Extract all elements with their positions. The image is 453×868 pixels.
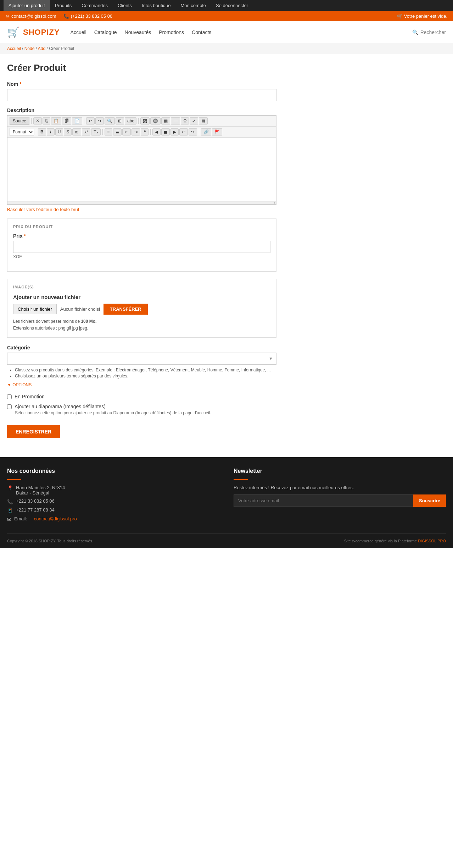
editor-resize-handle[interactable]: ↕: [7, 201, 276, 204]
mobile-icon: 📱: [7, 508, 13, 513]
footer-coord-title: Nos coordonnées: [7, 468, 219, 474]
toolbar-flash-btn[interactable]: 🔘: [150, 117, 161, 125]
admin-bar-logout[interactable]: Se déconnecter: [211, 0, 253, 11]
toolbar-strike-btn[interactable]: S: [64, 128, 72, 136]
transfer-btn[interactable]: TRANSFÉRER: [104, 304, 148, 315]
toolbar-bold-btn[interactable]: B: [38, 128, 46, 136]
editor-body[interactable]: [7, 138, 276, 201]
breadcrumb-accueil[interactable]: Accueil: [7, 46, 21, 51]
toolbar-redo-btn[interactable]: ↪: [95, 117, 104, 125]
toolbar-ul-btn[interactable]: ≣: [113, 128, 122, 136]
toolbar-select-all-btn[interactable]: ⊞: [116, 117, 124, 125]
toolbar-alignright-btn[interactable]: ▶: [170, 128, 179, 136]
newsletter-btn[interactable]: Souscrire: [413, 494, 446, 507]
options-toggle[interactable]: ▼ OPTIONS: [7, 382, 32, 387]
nom-input[interactable]: [7, 89, 276, 101]
breadcrumb-node[interactable]: Node: [24, 46, 35, 51]
categorie-label: Catégorie: [7, 345, 276, 350]
toolbar-separator-7: [199, 129, 199, 135]
toolbar-subscript-btn[interactable]: x₂: [72, 128, 81, 136]
admin-bar-orders[interactable]: Commandes: [77, 0, 113, 11]
format-select[interactable]: Format: [10, 128, 34, 136]
switch-editor-link[interactable]: Basculer vers l'éditeur de texte brut: [7, 207, 79, 212]
save-btn[interactable]: ENREGISTRER: [7, 425, 60, 438]
footer-phone1: 📞 +221 33 832 05 06: [7, 498, 219, 504]
toolbar-separator-4: [36, 129, 36, 135]
footer-newsletter-title: Newsletter: [234, 468, 446, 474]
editor-source-btn[interactable]: Source: [10, 117, 29, 125]
diaporama-hint: Sélectionnez cette option pour ajouter c…: [15, 410, 211, 415]
editor-toolbar-bottom: Format B I U S x₂ x² Tₓ ≡ ≣ ⇤ ⇥ ❝ ◀ ◼ ▶: [7, 127, 276, 138]
nav-catalogue[interactable]: Catalogue: [94, 29, 117, 35]
toolbar-hr-btn[interactable]: —: [171, 117, 180, 125]
toolbar-alignjustify-btn[interactable]: ↩: [179, 128, 188, 136]
breadcrumb: Accueil / Node / Add / Créer Produit: [0, 43, 453, 54]
toolbar-aligncenter-btn[interactable]: ◼: [161, 128, 170, 136]
nav-contacts[interactable]: Contacts: [192, 29, 211, 35]
search-area[interactable]: 🔍 Rechercher: [412, 29, 446, 35]
phone-icon: 📞: [63, 13, 69, 19]
admin-bar-shop-info[interactable]: Infos boutique: [137, 0, 176, 11]
newsletter-input[interactable]: [234, 494, 413, 507]
en-promotion-label[interactable]: En Promotion: [15, 394, 45, 399]
breadcrumb-add[interactable]: Add: [38, 46, 45, 51]
toolbar-alignleft-btn[interactable]: ◀: [152, 128, 161, 136]
nav-promotions[interactable]: Promotions: [159, 29, 184, 35]
categorie-input[interactable]: [7, 353, 276, 365]
toolbar-special-char-btn[interactable]: Ω: [181, 117, 189, 125]
search-icon: 🔍: [412, 29, 418, 35]
nom-required: *: [19, 81, 21, 87]
toolbar-outdent-btn[interactable]: ⇤: [122, 128, 131, 136]
checkboxes-group: En Promotion Ajouter au diaporama (Image…: [7, 394, 276, 415]
toolbar-blockquote-btn[interactable]: ❝: [141, 128, 149, 136]
toolbar-paste-btn[interactable]: 📋: [51, 117, 61, 125]
category-hint-1: Classez vos produits dans des catégories…: [15, 367, 276, 372]
en-promotion-checkbox[interactable]: [7, 394, 12, 399]
toolbar-link-btn[interactable]: 🔗: [201, 128, 211, 136]
nav-nouveautes[interactable]: Nouveautés: [125, 29, 151, 35]
prix-group: Prix * XOF: [13, 233, 270, 259]
admin-bar-account[interactable]: Mon compte: [175, 0, 211, 11]
toolbar-copy-btn[interactable]: ⎘: [43, 117, 50, 125]
diaporama-checkbox[interactable]: [7, 404, 12, 409]
admin-bar-add-product[interactable]: Ajouter un produit: [4, 0, 50, 11]
prix-input[interactable]: [13, 241, 270, 253]
toolbar-indent-btn[interactable]: ⇥: [132, 128, 140, 136]
choose-file-btn[interactable]: Choisir un fichier: [13, 304, 57, 314]
toolbar-separator-2: [84, 118, 84, 124]
admin-bar-products[interactable]: Produits: [50, 0, 77, 11]
toolbar-undo-btn[interactable]: ↩: [86, 117, 95, 125]
footer-bottom: Copyright © 2018 SHOPIZY. Tous droits ré…: [7, 534, 446, 548]
toolbar-table-btn[interactable]: ▦: [161, 117, 170, 125]
email-icon: ✉: [6, 13, 10, 19]
footer-digissol-link[interactable]: DIGISSOL.PRO: [418, 539, 446, 543]
currency-label: XOF: [13, 254, 270, 259]
toolbar-flag-btn[interactable]: 🚩: [212, 128, 222, 136]
nom-label: Nom *: [7, 81, 276, 87]
diaporama-label[interactable]: Ajouter au diaporama (Images défilantes): [15, 404, 106, 409]
toolbar-superscript-btn[interactable]: x²: [82, 128, 90, 136]
toolbar-ol-btn[interactable]: ≡: [105, 128, 112, 136]
toolbar-image-btn[interactable]: 🖼: [140, 117, 150, 125]
main-content: Créer Produit Nom * Description Source ✕…: [0, 54, 284, 457]
no-file-chosen: Aucun fichier choisi: [60, 306, 100, 312]
add-file-label: Ajouter un nouveau fichier: [13, 294, 270, 300]
toolbar-separator-5: [102, 129, 103, 135]
footer-email-link[interactable]: contact@digissol.pro: [34, 516, 77, 521]
toolbar-italic-btn[interactable]: I: [47, 128, 55, 136]
toolbar-maximize-btn[interactable]: ⤢: [190, 117, 198, 125]
footer-divider-2: [234, 479, 248, 480]
toolbar-removeformat-btn[interactable]: Tₓ: [91, 128, 100, 136]
toolbar-lang-ltr-btn[interactable]: ↪: [189, 128, 197, 136]
admin-bar-clients[interactable]: Clients: [113, 0, 137, 11]
footer-top: Nos coordonnées 📍 Hann Maristes 2, N°314…: [7, 468, 446, 534]
toolbar-find-btn[interactable]: 🔍: [105, 117, 115, 125]
toolbar-paste-text-btn[interactable]: 🗐: [62, 117, 71, 125]
toolbar-spell-btn[interactable]: abc: [125, 117, 136, 125]
nav-accueil[interactable]: Accueil: [71, 29, 86, 35]
toolbar-underline-btn[interactable]: U: [55, 128, 63, 136]
toolbar-cut-btn[interactable]: ✕: [33, 117, 42, 125]
toolbar-blocks-btn[interactable]: ▤: [199, 117, 208, 125]
nom-group: Nom *: [7, 81, 276, 101]
toolbar-paste-word-btn[interactable]: 📄: [72, 117, 82, 125]
